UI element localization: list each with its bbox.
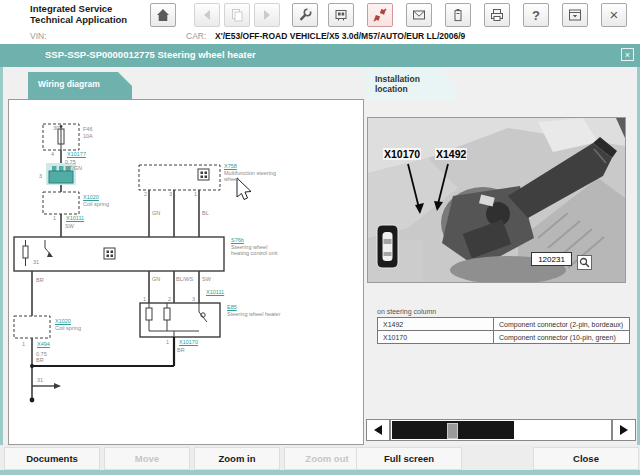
battery-icon xyxy=(450,7,466,23)
connector-link[interactable]: X10111 xyxy=(66,215,84,221)
help-button[interactable]: ? xyxy=(523,3,549,27)
table-caption: on steering column xyxy=(377,308,436,315)
control-unit-icon xyxy=(333,7,349,23)
wire-label: BR xyxy=(177,347,185,353)
connector-link[interactable]: X10111 xyxy=(206,289,224,295)
print-button[interactable] xyxy=(484,3,510,27)
diagram-label: 31 xyxy=(37,377,43,383)
installation-location-header[interactable]: Installation location xyxy=(366,70,456,100)
car-value: X'/E53/OFF-ROAD VEHICLE/X5 3.0d/M57/AUTO… xyxy=(215,31,465,41)
photo-label-x1492: X1492 xyxy=(435,148,467,160)
diagram-pin: 2 xyxy=(144,191,147,197)
connector-link[interactable]: X10170 xyxy=(179,339,198,345)
connector-desc: Component connector (2-pin, bordeaux) xyxy=(494,318,630,331)
photo-label-x10170: X10170 xyxy=(383,148,421,160)
wiring-diagram-panel[interactable]: 30 F46 10A 4 X10177 0.75 RT/GN 3 X1020 C… xyxy=(8,99,364,445)
mail-icon xyxy=(411,7,427,23)
control-unit-button[interactable] xyxy=(328,3,354,27)
document-close-button[interactable]: × xyxy=(621,48,634,61)
close-button[interactable]: Close xyxy=(533,447,639,470)
diagram-pin: 2 xyxy=(168,296,171,302)
scrollbar-track[interactable] xyxy=(390,419,612,441)
installation-location-line2: location xyxy=(375,84,456,94)
app-title: Integrated Service Technical Application xyxy=(30,3,127,25)
photo-reference-number: 120231 xyxy=(531,252,572,266)
car-position-icon xyxy=(377,225,398,268)
ground-arrow xyxy=(54,383,61,389)
connector-link[interactable]: E85 xyxy=(227,304,237,310)
home-icon xyxy=(155,7,171,23)
photo-zoom-button[interactable] xyxy=(577,255,592,270)
connector-link[interactable]: X1020 xyxy=(55,318,71,324)
scrollbar-thumb[interactable] xyxy=(447,423,458,439)
documents-icon xyxy=(229,7,245,23)
arrow-right-icon xyxy=(619,424,629,436)
wire-label: RT/GN xyxy=(65,165,82,171)
wire-label: BR xyxy=(36,277,44,283)
diagram-label: Steering wheel heater xyxy=(227,311,281,317)
table-row[interactable]: X1492 Component connector (2-pin, bordea… xyxy=(378,318,630,331)
coil-spring-box-2 xyxy=(14,316,50,338)
back-button xyxy=(194,3,220,27)
connector-code: X1492 xyxy=(378,318,494,331)
module-icon xyxy=(104,248,115,259)
zoom-in-button[interactable]: Zoom in xyxy=(194,447,280,470)
close-app-button[interactable]: × xyxy=(601,3,627,27)
arrow-left-icon xyxy=(373,424,383,436)
diagram-label: Coil spring xyxy=(83,201,109,207)
document-title: SSP-SSP-SP0000012775 Steering wheel heat… xyxy=(45,49,256,60)
tab-wiring-diagram[interactable]: Wiring diagram xyxy=(28,72,132,100)
wire-label: GN xyxy=(152,210,160,216)
scroll-left-button[interactable] xyxy=(366,419,390,441)
documents-button[interactable]: Documents xyxy=(4,447,100,470)
module-icon xyxy=(198,169,209,180)
table-row[interactable]: X10170 Component connector (10-pin, gree… xyxy=(378,331,630,344)
diagram-label: wheel xyxy=(224,176,238,182)
diagram-pin: 3 xyxy=(192,296,195,302)
diagram-pin: 3 xyxy=(39,173,42,179)
window-left-border xyxy=(0,67,3,470)
diagram-pin: 3 xyxy=(169,191,172,197)
wire-label: BL/WS xyxy=(176,276,193,282)
coil-spring-box-1 xyxy=(43,192,79,214)
wrench-icon xyxy=(297,7,313,23)
app-title-line2: Technical Application xyxy=(30,14,127,25)
connector-link[interactable]: X1020 xyxy=(83,194,99,200)
battery-status-button[interactable] xyxy=(445,3,471,27)
diagram-pin: 1 xyxy=(53,215,56,221)
wiring-diagram-schematic xyxy=(9,100,363,444)
workshop-tools-button[interactable] xyxy=(292,3,318,27)
connection-button[interactable] xyxy=(367,3,393,27)
home-button[interactable] xyxy=(150,3,176,27)
move-button: Move xyxy=(104,447,190,470)
window-bottom-border xyxy=(0,470,640,475)
diagram-pin: 1 xyxy=(143,296,146,302)
forward-button xyxy=(254,3,280,27)
connector-code: X10170 xyxy=(378,331,494,344)
messages-button[interactable] xyxy=(406,3,432,27)
diagram-label: Coil spring xyxy=(55,325,81,331)
full-screen-button[interactable]: Full screen xyxy=(356,447,462,470)
diagram-label: 10A xyxy=(83,133,93,139)
diagram-label: 31 xyxy=(33,259,39,265)
wire-label: BR xyxy=(36,357,44,363)
window-minimize-icon xyxy=(567,7,583,23)
minimize-window-button[interactable] xyxy=(562,3,588,27)
documents-history-button xyxy=(224,3,250,27)
connector-link[interactable]: S76b xyxy=(231,237,244,243)
diagram-pin: 1 xyxy=(22,341,25,347)
selected-connector[interactable] xyxy=(49,171,73,183)
connector-red-icon xyxy=(372,7,388,23)
diagram-pin: 1 xyxy=(166,339,169,345)
back-icon xyxy=(199,7,215,23)
connector-desc: Component connector (10-pin, green) xyxy=(494,331,630,344)
wire-label: SW xyxy=(65,223,74,229)
connector-link[interactable]: X494 xyxy=(37,341,50,347)
connector-link[interactable]: X758 xyxy=(224,163,237,169)
close-icon: × xyxy=(610,10,619,20)
forward-icon xyxy=(259,7,275,23)
help-icon: ? xyxy=(532,8,540,23)
installation-location-line1: Installation xyxy=(375,74,456,84)
connector-link[interactable]: X10177 xyxy=(67,151,86,157)
scroll-right-button[interactable] xyxy=(612,419,636,441)
